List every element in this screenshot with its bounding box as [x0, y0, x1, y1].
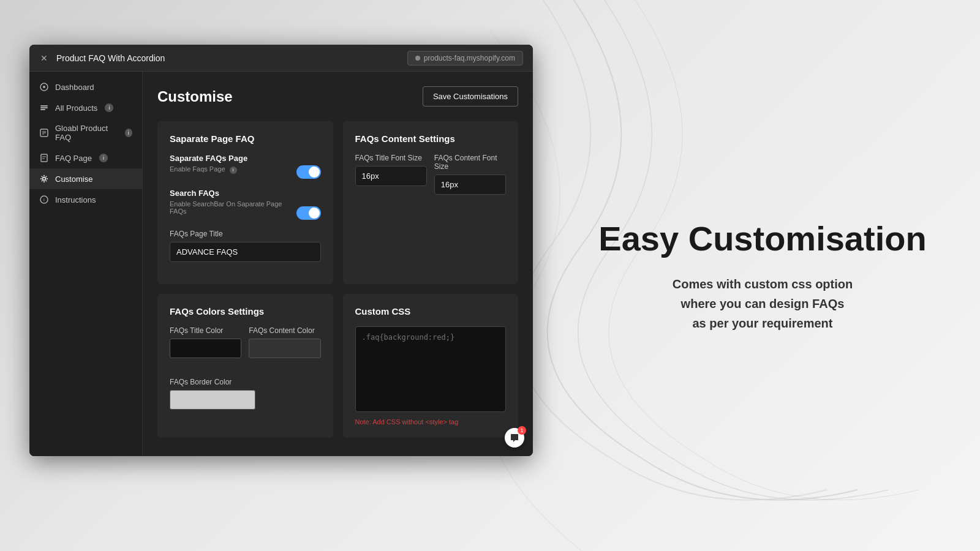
promo-line3: as per your requirement — [693, 317, 833, 330]
all-products-info-icon: i — [105, 103, 113, 112]
url-badge: products-faq.myshopify.com — [407, 51, 523, 66]
promo-line2: where you can design FAQs — [681, 297, 845, 310]
content-color-group: FAQs Content Color — [249, 326, 320, 358]
font-size-row: FAQs Title Font Size FAQs Content Font S… — [355, 154, 507, 204]
settings-icon — [39, 174, 49, 184]
sidebar-label-global-faq: Gloabl Product FAQ — [55, 124, 118, 142]
svg-rect-4 — [40, 109, 45, 110]
content-color-picker[interactable] — [249, 339, 320, 358]
color-fields-row: FAQs Title Color FAQs Content Color — [170, 326, 321, 368]
page-title-group: FAQs Page Title — [170, 230, 321, 262]
separate-faqs-label: Saparate FAQs Page — [170, 154, 296, 163]
content-font-size-label: FAQs Content Font Size — [434, 154, 506, 171]
promo-title: Easy Customisation — [598, 218, 926, 259]
sidebar-label-instructions: Instructions — [55, 195, 96, 204]
enable-faqs-sublabel: Enable Faqs Page i — [170, 165, 296, 174]
svg-rect-2 — [40, 105, 48, 107]
app-window: ✕ Product FAQ With Accordion products-fa… — [29, 45, 533, 456]
title-font-size-input[interactable] — [355, 166, 427, 186]
search-faqs-label: Search FAQs — [170, 189, 296, 198]
separate-page-faq-card: Saparate Page FAQ Saparate FAQs Page Ena… — [157, 121, 333, 284]
separate-faqs-toggle-row: Saparate FAQs Page Enable Faqs Page i — [170, 154, 321, 179]
content-header: Customise Save Customisations — [157, 86, 518, 107]
promo-area: Easy Customisation Comes with custom css… — [545, 0, 980, 551]
sidebar-item-all-products[interactable]: All Products i — [29, 97, 142, 118]
enable-faqs-info-icon: i — [230, 167, 237, 174]
svg-point-1 — [43, 86, 45, 88]
instructions-icon: i — [39, 195, 49, 204]
content-area: Customise Save Customisations Saparate P… — [143, 72, 533, 456]
page-title-field-label: FAQs Page Title — [170, 230, 321, 238]
enable-search-toggle[interactable] — [296, 206, 321, 220]
url-dot — [415, 56, 420, 61]
sidebar: Dashboard All Products i — [29, 72, 143, 456]
content-font-size-input[interactable] — [434, 174, 506, 195]
faqs-content-title: FAQs Content Settings — [355, 133, 507, 144]
page-icon — [39, 153, 49, 163]
faqs-colors-title: FAQs Colors Settings — [170, 306, 321, 317]
svg-text:i: i — [43, 197, 45, 203]
separate-page-faq-title: Saparate Page FAQ — [170, 133, 321, 144]
sidebar-item-dashboard[interactable]: Dashboard — [29, 77, 142, 97]
sidebar-label-customise: Customise — [55, 174, 92, 184]
faqs-colors-card: FAQs Colors Settings FAQs Title Color FA… — [157, 294, 333, 438]
url-text: products-faq.myshopify.com — [424, 54, 515, 62]
border-color-label: FAQs Border Color — [170, 378, 321, 386]
content-font-size-group: FAQs Content Font Size — [434, 154, 506, 195]
enable-search-knob — [309, 208, 320, 219]
close-button[interactable]: ✕ — [39, 53, 49, 63]
main-layout: Dashboard All Products i — [29, 72, 533, 456]
sidebar-item-instructions[interactable]: i Instructions — [29, 189, 142, 210]
page-title: Customise — [157, 88, 233, 105]
search-faqs-info: Search FAQs Enable SearchBar On Saparate… — [170, 189, 296, 220]
window-title: Product FAQ With Accordion — [56, 53, 407, 63]
content-color-label: FAQs Content Color — [249, 326, 320, 335]
products-icon — [39, 103, 49, 113]
css-note: Note: Add CSS without <style> tag — [355, 418, 507, 425]
sidebar-item-customise[interactable]: Customise — [29, 168, 142, 189]
title-font-size-label: FAQs Title Font Size — [355, 154, 427, 162]
page-title-input[interactable] — [170, 242, 321, 262]
custom-css-card: Custom CSS Note: Add CSS without <style>… — [343, 294, 519, 438]
sidebar-label-all-products: All Products — [55, 103, 97, 113]
sidebar-label-dashboard: Dashboard — [55, 83, 94, 92]
promo-line1: Comes with custom css option — [673, 277, 853, 291]
svg-point-12 — [43, 178, 46, 181]
faq-page-info-icon: i — [99, 154, 108, 162]
border-color-picker[interactable] — [170, 390, 255, 410]
sidebar-item-global-faq[interactable]: Gloabl Product FAQ i — [29, 118, 142, 148]
dashboard-icon — [39, 82, 49, 92]
svg-rect-3 — [40, 107, 48, 108]
title-color-group: FAQs Title Color — [170, 326, 241, 358]
sidebar-item-faq-page[interactable]: FAQ Page i — [29, 148, 142, 168]
enable-faqs-knob — [309, 167, 320, 178]
title-font-size-group: FAQs Title Font Size — [355, 154, 427, 195]
title-bar: ✕ Product FAQ With Accordion products-fa… — [29, 45, 533, 72]
separate-faqs-info: Saparate FAQs Page Enable Faqs Page i — [170, 154, 296, 179]
custom-css-title: Custom CSS — [355, 306, 507, 317]
search-faqs-toggle-row: Search FAQs Enable SearchBar On Saparate… — [170, 189, 321, 220]
custom-css-textarea[interactable] — [355, 326, 507, 412]
chat-bubble[interactable]: 1 — [505, 428, 524, 448]
cards-grid: Saparate Page FAQ Saparate FAQs Page Ena… — [157, 121, 518, 438]
promo-subtitle: Comes with custom css option where you c… — [673, 274, 853, 333]
faq-icon — [39, 128, 49, 138]
border-color-group: FAQs Border Color — [170, 378, 321, 410]
title-color-picker[interactable] — [170, 339, 241, 358]
faqs-content-settings-card: FAQs Content Settings FAQs Title Font Si… — [343, 121, 519, 284]
title-color-label: FAQs Title Color — [170, 326, 241, 335]
notification-badge: 1 — [518, 426, 526, 435]
svg-rect-9 — [41, 154, 47, 162]
sidebar-label-faq-page: FAQ Page — [55, 154, 92, 163]
enable-search-sublabel: Enable SearchBar On Saparate Page FAQs — [170, 200, 296, 215]
chat-icon — [510, 433, 519, 443]
save-customisations-button[interactable]: Save Customisations — [423, 86, 518, 107]
global-faq-info-icon: i — [125, 129, 132, 137]
enable-faqs-toggle[interactable] — [296, 165, 321, 179]
